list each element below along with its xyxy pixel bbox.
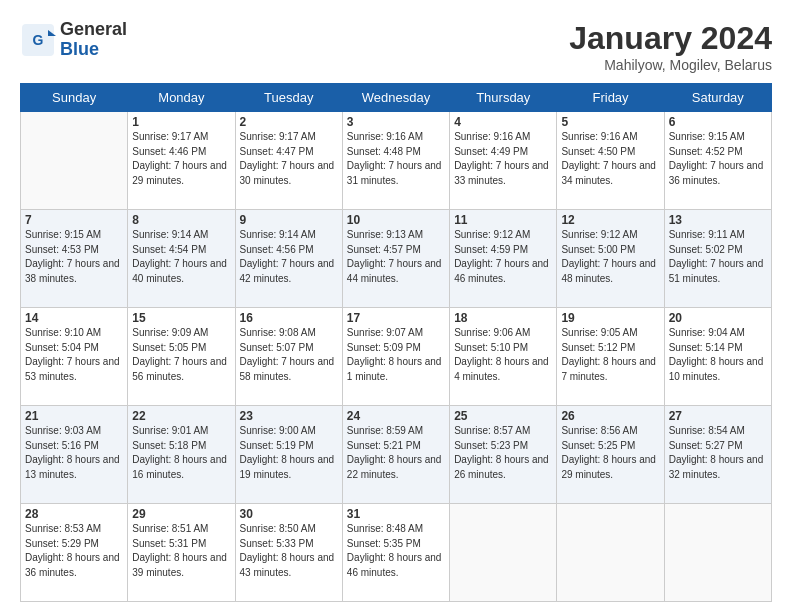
header: G General Blue January 2024 Mahilyow, Mo… bbox=[20, 20, 772, 73]
table-row: 17 Sunrise: 9:07 AMSunset: 5:09 PMDaylig… bbox=[342, 308, 449, 406]
table-row: 2 Sunrise: 9:17 AMSunset: 4:47 PMDayligh… bbox=[235, 112, 342, 210]
day-number: 6 bbox=[669, 115, 767, 129]
day-number: 30 bbox=[240, 507, 338, 521]
day-info: Sunrise: 9:16 AMSunset: 4:49 PMDaylight:… bbox=[454, 131, 549, 186]
day-info: Sunrise: 9:06 AMSunset: 5:10 PMDaylight:… bbox=[454, 327, 549, 382]
table-row: 16 Sunrise: 9:08 AMSunset: 5:07 PMDaylig… bbox=[235, 308, 342, 406]
table-row: 20 Sunrise: 9:04 AMSunset: 5:14 PMDaylig… bbox=[664, 308, 771, 406]
day-number: 2 bbox=[240, 115, 338, 129]
title-block: January 2024 Mahilyow, Mogilev, Belarus bbox=[569, 20, 772, 73]
day-info: Sunrise: 9:09 AMSunset: 5:05 PMDaylight:… bbox=[132, 327, 227, 382]
day-info: Sunrise: 9:04 AMSunset: 5:14 PMDaylight:… bbox=[669, 327, 764, 382]
day-number: 3 bbox=[347, 115, 445, 129]
table-row: 23 Sunrise: 9:00 AMSunset: 5:19 PMDaylig… bbox=[235, 406, 342, 504]
col-monday: Monday bbox=[128, 84, 235, 112]
day-number: 31 bbox=[347, 507, 445, 521]
day-info: Sunrise: 8:56 AMSunset: 5:25 PMDaylight:… bbox=[561, 425, 656, 480]
logo-general-text: General bbox=[60, 20, 127, 40]
table-row bbox=[21, 112, 128, 210]
table-row: 15 Sunrise: 9:09 AMSunset: 5:05 PMDaylig… bbox=[128, 308, 235, 406]
table-row: 10 Sunrise: 9:13 AMSunset: 4:57 PMDaylig… bbox=[342, 210, 449, 308]
table-row: 1 Sunrise: 9:17 AMSunset: 4:46 PMDayligh… bbox=[128, 112, 235, 210]
day-info: Sunrise: 9:12 AMSunset: 4:59 PMDaylight:… bbox=[454, 229, 549, 284]
day-number: 5 bbox=[561, 115, 659, 129]
table-row: 21 Sunrise: 9:03 AMSunset: 5:16 PMDaylig… bbox=[21, 406, 128, 504]
logo-icon: G bbox=[20, 22, 56, 58]
day-number: 8 bbox=[132, 213, 230, 227]
day-number: 18 bbox=[454, 311, 552, 325]
table-row: 22 Sunrise: 9:01 AMSunset: 5:18 PMDaylig… bbox=[128, 406, 235, 504]
table-row: 31 Sunrise: 8:48 AMSunset: 5:35 PMDaylig… bbox=[342, 504, 449, 602]
table-row bbox=[557, 504, 664, 602]
logo: G General Blue bbox=[20, 20, 127, 60]
day-info: Sunrise: 9:16 AMSunset: 4:50 PMDaylight:… bbox=[561, 131, 656, 186]
day-info: Sunrise: 8:50 AMSunset: 5:33 PMDaylight:… bbox=[240, 523, 335, 578]
table-row: 12 Sunrise: 9:12 AMSunset: 5:00 PMDaylig… bbox=[557, 210, 664, 308]
day-info: Sunrise: 9:15 AMSunset: 4:53 PMDaylight:… bbox=[25, 229, 120, 284]
day-info: Sunrise: 8:51 AMSunset: 5:31 PMDaylight:… bbox=[132, 523, 227, 578]
day-number: 4 bbox=[454, 115, 552, 129]
table-row: 5 Sunrise: 9:16 AMSunset: 4:50 PMDayligh… bbox=[557, 112, 664, 210]
day-number: 11 bbox=[454, 213, 552, 227]
day-number: 14 bbox=[25, 311, 123, 325]
col-wednesday: Wednesday bbox=[342, 84, 449, 112]
table-row: 3 Sunrise: 9:16 AMSunset: 4:48 PMDayligh… bbox=[342, 112, 449, 210]
day-info: Sunrise: 9:08 AMSunset: 5:07 PMDaylight:… bbox=[240, 327, 335, 382]
day-number: 23 bbox=[240, 409, 338, 423]
table-row: 25 Sunrise: 8:57 AMSunset: 5:23 PMDaylig… bbox=[450, 406, 557, 504]
month-title: January 2024 bbox=[569, 20, 772, 57]
day-info: Sunrise: 9:17 AMSunset: 4:46 PMDaylight:… bbox=[132, 131, 227, 186]
day-info: Sunrise: 9:17 AMSunset: 4:47 PMDaylight:… bbox=[240, 131, 335, 186]
day-info: Sunrise: 8:53 AMSunset: 5:29 PMDaylight:… bbox=[25, 523, 120, 578]
day-info: Sunrise: 9:03 AMSunset: 5:16 PMDaylight:… bbox=[25, 425, 120, 480]
day-info: Sunrise: 9:10 AMSunset: 5:04 PMDaylight:… bbox=[25, 327, 120, 382]
col-tuesday: Tuesday bbox=[235, 84, 342, 112]
col-friday: Friday bbox=[557, 84, 664, 112]
table-row: 14 Sunrise: 9:10 AMSunset: 5:04 PMDaylig… bbox=[21, 308, 128, 406]
day-info: Sunrise: 9:12 AMSunset: 5:00 PMDaylight:… bbox=[561, 229, 656, 284]
day-number: 29 bbox=[132, 507, 230, 521]
table-row: 6 Sunrise: 9:15 AMSunset: 4:52 PMDayligh… bbox=[664, 112, 771, 210]
table-row: 7 Sunrise: 9:15 AMSunset: 4:53 PMDayligh… bbox=[21, 210, 128, 308]
table-row: 27 Sunrise: 8:54 AMSunset: 5:27 PMDaylig… bbox=[664, 406, 771, 504]
day-info: Sunrise: 9:11 AMSunset: 5:02 PMDaylight:… bbox=[669, 229, 764, 284]
day-number: 24 bbox=[347, 409, 445, 423]
day-number: 7 bbox=[25, 213, 123, 227]
day-number: 10 bbox=[347, 213, 445, 227]
day-number: 20 bbox=[669, 311, 767, 325]
day-info: Sunrise: 9:13 AMSunset: 4:57 PMDaylight:… bbox=[347, 229, 442, 284]
day-info: Sunrise: 8:48 AMSunset: 5:35 PMDaylight:… bbox=[347, 523, 442, 578]
calendar-table: Sunday Monday Tuesday Wednesday Thursday… bbox=[20, 83, 772, 602]
table-row: 11 Sunrise: 9:12 AMSunset: 4:59 PMDaylig… bbox=[450, 210, 557, 308]
day-number: 22 bbox=[132, 409, 230, 423]
table-row: 9 Sunrise: 9:14 AMSunset: 4:56 PMDayligh… bbox=[235, 210, 342, 308]
day-number: 15 bbox=[132, 311, 230, 325]
table-row: 18 Sunrise: 9:06 AMSunset: 5:10 PMDaylig… bbox=[450, 308, 557, 406]
day-number: 16 bbox=[240, 311, 338, 325]
day-number: 27 bbox=[669, 409, 767, 423]
logo-blue-text: Blue bbox=[60, 40, 127, 60]
day-number: 12 bbox=[561, 213, 659, 227]
table-row: 13 Sunrise: 9:11 AMSunset: 5:02 PMDaylig… bbox=[664, 210, 771, 308]
day-info: Sunrise: 9:01 AMSunset: 5:18 PMDaylight:… bbox=[132, 425, 227, 480]
col-thursday: Thursday bbox=[450, 84, 557, 112]
svg-text:G: G bbox=[33, 32, 44, 48]
table-row: 30 Sunrise: 8:50 AMSunset: 5:33 PMDaylig… bbox=[235, 504, 342, 602]
day-number: 19 bbox=[561, 311, 659, 325]
day-number: 1 bbox=[132, 115, 230, 129]
day-number: 9 bbox=[240, 213, 338, 227]
day-info: Sunrise: 9:00 AMSunset: 5:19 PMDaylight:… bbox=[240, 425, 335, 480]
day-info: Sunrise: 9:05 AMSunset: 5:12 PMDaylight:… bbox=[561, 327, 656, 382]
table-row bbox=[664, 504, 771, 602]
day-number: 17 bbox=[347, 311, 445, 325]
table-row: 26 Sunrise: 8:56 AMSunset: 5:25 PMDaylig… bbox=[557, 406, 664, 504]
col-saturday: Saturday bbox=[664, 84, 771, 112]
day-number: 25 bbox=[454, 409, 552, 423]
day-number: 28 bbox=[25, 507, 123, 521]
calendar-header-row: Sunday Monday Tuesday Wednesday Thursday… bbox=[21, 84, 772, 112]
day-info: Sunrise: 9:14 AMSunset: 4:56 PMDaylight:… bbox=[240, 229, 335, 284]
day-number: 21 bbox=[25, 409, 123, 423]
day-info: Sunrise: 8:54 AMSunset: 5:27 PMDaylight:… bbox=[669, 425, 764, 480]
table-row: 29 Sunrise: 8:51 AMSunset: 5:31 PMDaylig… bbox=[128, 504, 235, 602]
day-info: Sunrise: 9:16 AMSunset: 4:48 PMDaylight:… bbox=[347, 131, 442, 186]
